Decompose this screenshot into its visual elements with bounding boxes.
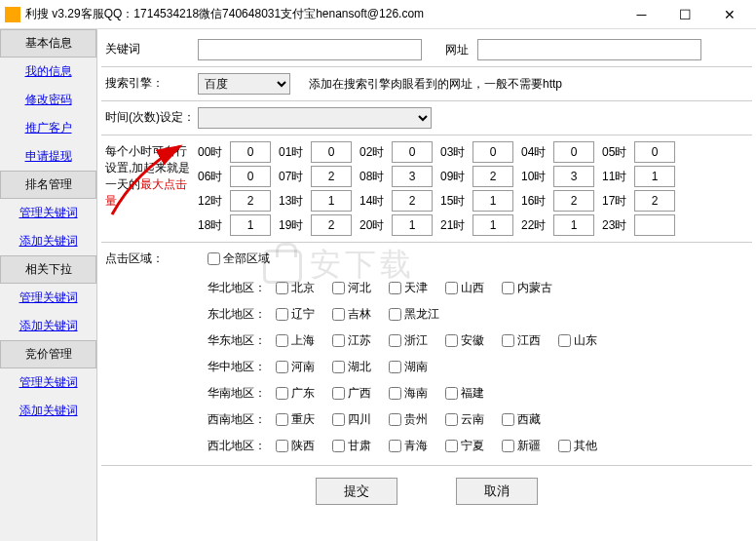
hour-input[interactable] bbox=[472, 190, 513, 212]
region-checkbox[interactable] bbox=[558, 334, 571, 347]
region-checkbox[interactable] bbox=[276, 387, 288, 400]
sidebar-item[interactable]: 添加关键词 bbox=[0, 227, 96, 255]
hour-input[interactable] bbox=[311, 141, 352, 163]
region-checkbox-item[interactable]: 海南 bbox=[389, 385, 428, 402]
region-checkbox[interactable] bbox=[445, 440, 458, 452]
hour-input[interactable] bbox=[311, 166, 352, 187]
region-checkbox-item[interactable]: 福建 bbox=[445, 385, 484, 402]
region-checkbox[interactable] bbox=[389, 413, 401, 426]
region-checkbox-item[interactable]: 山西 bbox=[445, 280, 484, 296]
region-checkbox[interactable] bbox=[389, 440, 401, 452]
region-checkbox-item[interactable]: 新疆 bbox=[502, 438, 541, 454]
hour-input[interactable] bbox=[634, 190, 675, 212]
region-checkbox[interactable] bbox=[332, 387, 345, 400]
region-checkbox[interactable] bbox=[502, 282, 514, 294]
sidebar-item[interactable]: 添加关键词 bbox=[0, 397, 96, 425]
region-checkbox-item[interactable]: 湖北 bbox=[332, 359, 371, 375]
region-checkbox-item[interactable]: 天津 bbox=[389, 280, 428, 296]
hour-input[interactable] bbox=[553, 166, 594, 187]
hour-input[interactable] bbox=[472, 141, 513, 163]
region-checkbox[interactable] bbox=[389, 334, 401, 347]
hour-input[interactable] bbox=[230, 190, 271, 212]
region-checkbox-item[interactable]: 北京 bbox=[276, 280, 315, 296]
minimize-button[interactable]: ─ bbox=[620, 1, 663, 28]
hour-input[interactable] bbox=[311, 214, 352, 236]
region-checkbox[interactable] bbox=[558, 440, 571, 452]
region-checkbox-item[interactable]: 内蒙古 bbox=[502, 280, 552, 296]
region-checkbox-item[interactable]: 河南 bbox=[276, 359, 315, 375]
region-checkbox[interactable] bbox=[276, 308, 288, 321]
engine-select[interactable]: 百度 bbox=[198, 73, 290, 95]
region-checkbox-item[interactable]: 黑龙江 bbox=[389, 306, 439, 323]
hour-input[interactable] bbox=[392, 214, 433, 236]
all-region-checkbox[interactable] bbox=[208, 252, 220, 265]
sidebar-item[interactable]: 管理关键词 bbox=[0, 368, 96, 397]
region-checkbox[interactable] bbox=[332, 413, 345, 426]
sidebar-item[interactable]: 管理关键词 bbox=[0, 284, 96, 312]
region-checkbox[interactable] bbox=[502, 440, 514, 452]
region-checkbox-item[interactable]: 河北 bbox=[332, 280, 371, 296]
hour-input[interactable] bbox=[311, 190, 352, 212]
region-checkbox-item[interactable]: 辽宁 bbox=[276, 306, 315, 323]
region-checkbox[interactable] bbox=[332, 334, 345, 347]
region-checkbox-item[interactable]: 山东 bbox=[558, 332, 597, 349]
region-checkbox-item[interactable]: 湖南 bbox=[389, 359, 428, 375]
region-checkbox-item[interactable]: 广东 bbox=[276, 385, 315, 402]
region-checkbox-item[interactable]: 上海 bbox=[276, 332, 315, 349]
url-input[interactable] bbox=[477, 39, 701, 60]
region-checkbox[interactable] bbox=[389, 361, 401, 373]
region-checkbox-item[interactable]: 吉林 bbox=[332, 306, 371, 323]
hour-input[interactable] bbox=[553, 141, 594, 163]
region-checkbox-item[interactable]: 安徽 bbox=[445, 332, 484, 349]
region-checkbox[interactable] bbox=[332, 308, 345, 321]
region-checkbox[interactable] bbox=[276, 440, 288, 452]
region-checkbox-item[interactable]: 江苏 bbox=[332, 332, 371, 349]
region-checkbox[interactable] bbox=[389, 308, 401, 321]
hour-input[interactable] bbox=[230, 214, 271, 236]
region-checkbox-item[interactable]: 广西 bbox=[332, 385, 371, 402]
submit-button[interactable]: 提交 bbox=[316, 478, 397, 505]
region-checkbox[interactable] bbox=[502, 413, 514, 426]
region-checkbox-item[interactable]: 西藏 bbox=[502, 411, 541, 428]
sidebar-item[interactable]: 推广客户 bbox=[0, 114, 96, 142]
hour-input[interactable] bbox=[634, 141, 675, 163]
region-checkbox[interactable] bbox=[445, 282, 458, 294]
region-checkbox[interactable] bbox=[332, 440, 345, 452]
sidebar-item[interactable]: 管理关键词 bbox=[0, 199, 96, 227]
region-checkbox-item[interactable]: 甘肃 bbox=[332, 438, 371, 454]
hour-input[interactable] bbox=[472, 214, 513, 236]
hour-input[interactable] bbox=[230, 141, 271, 163]
hour-input[interactable] bbox=[472, 166, 513, 187]
region-checkbox-item[interactable]: 江西 bbox=[502, 332, 541, 349]
region-checkbox[interactable] bbox=[332, 282, 345, 294]
hour-input[interactable] bbox=[553, 214, 594, 236]
hour-input[interactable] bbox=[553, 190, 594, 212]
region-checkbox-item[interactable]: 贵州 bbox=[389, 411, 428, 428]
sidebar-item[interactable]: 我的信息 bbox=[0, 58, 96, 86]
time-select[interactable] bbox=[198, 107, 432, 129]
sidebar-item[interactable]: 添加关键词 bbox=[0, 312, 96, 340]
region-checkbox-item[interactable]: 云南 bbox=[445, 411, 484, 428]
hour-input[interactable] bbox=[230, 166, 271, 187]
region-checkbox[interactable] bbox=[502, 334, 514, 347]
hour-input[interactable] bbox=[634, 166, 675, 187]
region-checkbox-item[interactable]: 宁夏 bbox=[445, 438, 484, 454]
hour-input[interactable] bbox=[392, 190, 433, 212]
region-checkbox-item[interactable]: 陕西 bbox=[276, 438, 315, 454]
maximize-button[interactable]: ☐ bbox=[663, 1, 707, 28]
region-checkbox[interactable] bbox=[445, 387, 458, 400]
region-checkbox-item[interactable]: 青海 bbox=[389, 438, 428, 454]
region-checkbox[interactable] bbox=[389, 282, 401, 294]
region-checkbox[interactable] bbox=[332, 361, 345, 373]
keyword-input[interactable] bbox=[198, 39, 422, 60]
region-checkbox[interactable] bbox=[276, 334, 288, 347]
hour-input[interactable] bbox=[392, 141, 433, 163]
region-checkbox[interactable] bbox=[445, 413, 458, 426]
sidebar-item[interactable]: 修改密码 bbox=[0, 86, 96, 114]
close-button[interactable]: ✕ bbox=[707, 1, 751, 28]
region-checkbox-item[interactable]: 重庆 bbox=[276, 411, 315, 428]
region-checkbox-item[interactable]: 浙江 bbox=[389, 332, 428, 349]
region-checkbox-item[interactable]: 四川 bbox=[332, 411, 371, 428]
region-checkbox[interactable] bbox=[445, 334, 458, 347]
region-checkbox[interactable] bbox=[276, 413, 288, 426]
